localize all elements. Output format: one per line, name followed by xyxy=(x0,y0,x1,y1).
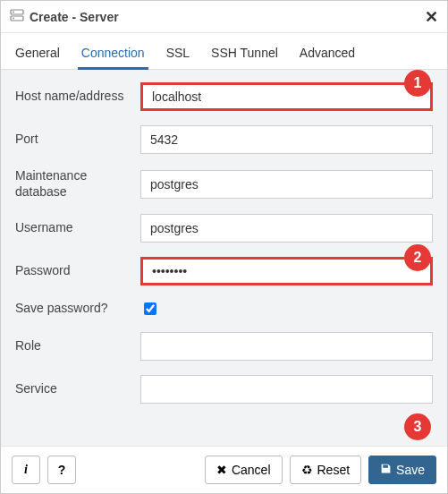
row-service: Service xyxy=(15,375,433,404)
tab-advanced[interactable]: Advanced xyxy=(298,40,357,69)
svg-point-3 xyxy=(13,18,14,20)
username-input[interactable] xyxy=(140,214,433,243)
label-host: Host name/address xyxy=(15,89,140,105)
row-savepw: Save password? xyxy=(15,300,433,318)
title-left: Create - Server xyxy=(10,8,119,25)
info-icon: i xyxy=(24,463,28,477)
maintdb-input[interactable] xyxy=(140,170,433,199)
row-maintdb: Maintenance database xyxy=(15,168,433,200)
control-service xyxy=(140,375,433,404)
save-label: Save xyxy=(396,463,425,477)
annotation-3: 3 xyxy=(404,413,431,440)
label-username: Username xyxy=(15,220,140,236)
savepw-checkbox[interactable] xyxy=(144,302,156,315)
control-host xyxy=(140,82,433,111)
tab-label: Advanced xyxy=(300,46,355,60)
footer-right: ✖ Cancel ♻ Reset Save xyxy=(205,456,436,484)
port-input[interactable] xyxy=(140,125,433,154)
tab-connection[interactable]: Connection xyxy=(80,40,147,69)
control-savepw xyxy=(140,300,433,318)
row-role: Role xyxy=(15,332,433,361)
password-input[interactable] xyxy=(140,257,433,285)
reset-label: Reset xyxy=(317,463,351,477)
footer: i ? ✖ Cancel ♻ Reset Save xyxy=(1,446,447,493)
create-server-dialog: Create - Server ✕ General Connection SSL… xyxy=(0,0,448,494)
control-maintdb xyxy=(140,170,433,199)
label-savepw: Save password? xyxy=(15,301,140,317)
row-host: Host name/address xyxy=(15,82,433,111)
tab-label: Connection xyxy=(81,46,145,60)
cancel-button[interactable]: ✖ Cancel xyxy=(205,456,283,484)
svg-point-2 xyxy=(13,12,14,13)
dialog-title: Create - Server xyxy=(30,10,119,24)
save-icon xyxy=(380,463,392,477)
cancel-label: Cancel xyxy=(232,463,271,477)
save-button[interactable]: Save xyxy=(368,456,436,484)
close-icon: ✖ xyxy=(216,463,227,477)
control-port xyxy=(140,125,433,154)
info-button[interactable]: i xyxy=(12,456,40,484)
service-input[interactable] xyxy=(140,375,433,404)
label-port: Port xyxy=(15,132,140,148)
control-role xyxy=(140,332,433,361)
tab-general[interactable]: General xyxy=(13,40,62,69)
label-password: Password xyxy=(15,263,140,279)
tab-label: SSH Tunnel xyxy=(211,46,278,60)
annotation-2: 2 xyxy=(404,244,431,271)
row-port: Port xyxy=(15,125,433,154)
control-password xyxy=(140,257,433,285)
host-input[interactable] xyxy=(140,82,433,111)
tabs: General Connection SSL SSH Tunnel Advanc… xyxy=(1,33,447,70)
tab-ssh-tunnel[interactable]: SSH Tunnel xyxy=(209,40,280,69)
tab-ssl[interactable]: SSL xyxy=(165,40,191,69)
control-username xyxy=(140,214,433,243)
role-input[interactable] xyxy=(140,332,433,361)
footer-left: i ? xyxy=(12,456,76,484)
row-username: Username xyxy=(15,214,433,243)
reset-button[interactable]: ♻ Reset xyxy=(290,456,362,484)
help-icon: ? xyxy=(58,463,66,477)
label-service: Service xyxy=(15,381,140,397)
help-button[interactable]: ? xyxy=(47,456,76,484)
annotation-1: 1 xyxy=(404,70,431,97)
label-role: Role xyxy=(15,338,140,354)
titlebar: Create - Server ✕ xyxy=(1,1,447,33)
tab-label: General xyxy=(15,46,60,60)
tab-label: SSL xyxy=(166,46,190,60)
row-password: Password xyxy=(15,257,433,285)
label-maintdb: Maintenance database xyxy=(15,168,140,200)
server-icon xyxy=(10,8,24,25)
close-icon[interactable]: ✕ xyxy=(425,9,438,25)
form-body: Host name/address Port Maintenance datab… xyxy=(1,70,447,446)
recycle-icon: ♻ xyxy=(301,463,313,477)
